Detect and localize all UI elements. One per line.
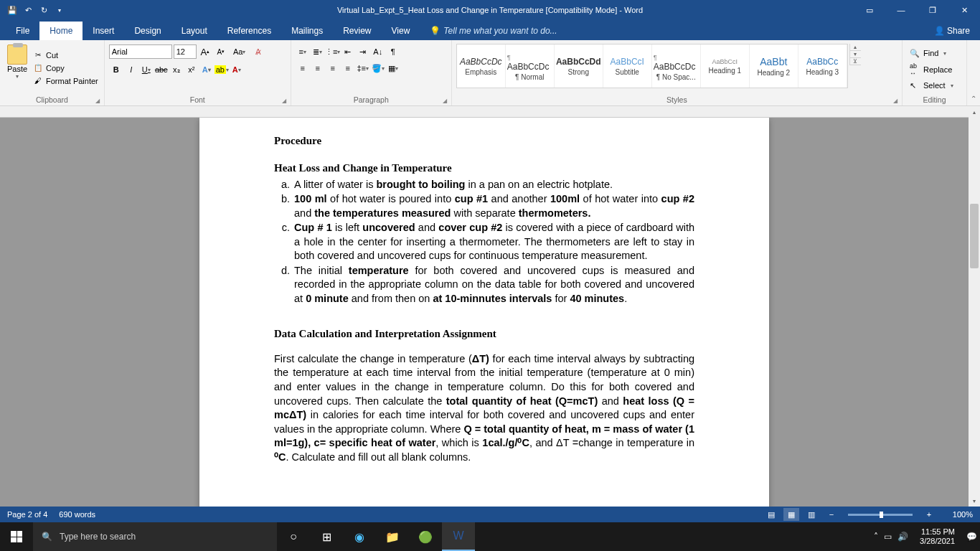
tab-references[interactable]: References	[217, 22, 281, 40]
style-h1[interactable]: AaBbCcIHeading 1	[701, 44, 750, 88]
bold-button[interactable]: B	[109, 62, 123, 77]
styles-scroll-down[interactable]: ▾	[849, 51, 861, 58]
explorer-icon[interactable]: 📁	[376, 522, 409, 551]
styles-scroll-up[interactable]: ▴	[849, 44, 861, 51]
share-button[interactable]: Share	[924, 22, 980, 40]
line-spacing-button[interactable]: ‡≡	[356, 61, 370, 75]
tab-insert[interactable]: Insert	[83, 22, 124, 40]
tab-design[interactable]: Design	[124, 22, 171, 40]
styles-dialog-icon[interactable]: ◢	[893, 98, 897, 104]
taskbar-search[interactable]: 🔍Type here to search	[33, 522, 277, 551]
start-button[interactable]	[0, 522, 33, 551]
word-icon[interactable]: W	[442, 522, 475, 551]
minimize-icon[interactable]: —	[885, 0, 917, 20]
close-icon[interactable]: ✕	[948, 0, 980, 20]
edge-icon[interactable]: ◉	[343, 522, 376, 551]
scroll-up-icon[interactable]: ▴	[969, 106, 980, 118]
undo-icon[interactable]: ↶	[22, 4, 34, 17]
paste-button[interactable]: Paste ▾	[4, 42, 30, 80]
page-indicator[interactable]: Page 2 of 4	[7, 510, 47, 519]
bullets-button[interactable]: ≡	[296, 44, 310, 59]
italic-button[interactable]: I	[124, 62, 138, 77]
style-h2[interactable]: AaBbtHeading 2	[750, 44, 798, 88]
tray-chevron-icon[interactable]: ˄	[874, 532, 878, 542]
change-case-button[interactable]: Aa	[230, 44, 250, 59]
page[interactable]: Procedure Heat Loss and Change in Temper…	[199, 118, 769, 507]
font-dialog-icon[interactable]: ◢	[282, 98, 286, 104]
web-layout-icon[interactable]: ▥	[804, 508, 819, 521]
find-button[interactable]: 🔍Find▾	[907, 47, 949, 60]
increase-indent-button[interactable]: ⇥	[356, 44, 370, 59]
qat-customize-icon[interactable]: ▾	[53, 4, 66, 17]
zoom-out-button[interactable]: −	[824, 508, 839, 521]
align-right-button[interactable]: ≡	[326, 61, 340, 75]
align-left-button[interactable]: ≡	[296, 61, 310, 75]
style-emph[interactable]: AaBbCcDcEmphasis	[457, 44, 506, 88]
tab-file[interactable]: File	[6, 22, 39, 40]
read-mode-icon[interactable]: ▤	[763, 508, 779, 521]
tell-me-search[interactable]: Tell me what you want to do...	[420, 22, 567, 40]
zoom-knob[interactable]	[880, 512, 883, 518]
tab-view[interactable]: View	[382, 22, 420, 40]
clipboard-dialog-icon[interactable]: ◢	[95, 98, 100, 104]
replace-button[interactable]: ab↔Replace	[907, 61, 955, 78]
numbering-button[interactable]: ≣	[311, 44, 325, 59]
style-strong[interactable]: AaBbCcDdStrong	[555, 44, 603, 88]
justify-button[interactable]: ≡	[341, 61, 355, 75]
vertical-scrollbar[interactable]: ▴ ▾	[969, 106, 980, 507]
cut-button[interactable]: ✂Cut	[32, 50, 100, 61]
subscript-button[interactable]: x₂	[169, 62, 184, 77]
tab-home[interactable]: Home	[39, 22, 83, 40]
volume-icon[interactable]: 🔊	[897, 532, 908, 542]
ribbon-display-icon[interactable]: ▭	[854, 0, 885, 20]
horizontal-ruler[interactable]	[0, 106, 969, 118]
scroll-thumb[interactable]	[970, 204, 979, 268]
highlight-button[interactable]: ab	[215, 62, 229, 77]
shading-button[interactable]: 🪣	[371, 61, 385, 75]
notifications-icon[interactable]: 💬	[966, 532, 977, 542]
tab-layout[interactable]: Layout	[171, 22, 217, 40]
style-h3[interactable]: AaBbCcHeading 3	[798, 44, 847, 88]
sort-button[interactable]: A↓	[371, 44, 385, 59]
styles-expand[interactable]: ⊻	[849, 58, 861, 65]
underline-button[interactable]: U	[139, 62, 154, 77]
chrome-icon[interactable]: 🟢	[409, 522, 442, 551]
font-size-combo[interactable]	[174, 44, 197, 59]
copy-button[interactable]: 📋Copy	[32, 62, 100, 74]
style-subtitle[interactable]: AaBbCcISubtitle	[603, 44, 652, 88]
maximize-icon[interactable]: ❐	[917, 0, 948, 20]
shrink-font-button[interactable]: A▾	[214, 44, 228, 59]
select-button[interactable]: ↖Select▾	[907, 80, 956, 92]
style-normal[interactable]: AaBbCcDc¶ Normal	[506, 44, 555, 88]
show-marks-button[interactable]: ¶	[386, 44, 400, 59]
strikethrough-button[interactable]: abc	[154, 62, 169, 77]
borders-button[interactable]: ▦	[386, 61, 400, 75]
zoom-in-button[interactable]: +	[921, 508, 937, 521]
decrease-indent-button[interactable]: ⇤	[341, 44, 355, 59]
multilevel-list-button[interactable]: ⋮≡	[326, 44, 340, 59]
scroll-track[interactable]	[969, 118, 980, 495]
collapse-ribbon-icon[interactable]: ⌃	[971, 95, 976, 103]
font-color-button[interactable]: A	[230, 62, 244, 77]
clear-formatting-button[interactable]: A̷	[251, 44, 265, 59]
zoom-level[interactable]: 100%	[941, 510, 973, 519]
grow-font-button[interactable]: A▴	[198, 44, 212, 59]
zoom-slider[interactable]	[848, 514, 913, 516]
save-icon[interactable]: 💾	[6, 4, 19, 17]
tab-mailings[interactable]: Mailings	[281, 22, 333, 40]
scroll-down-icon[interactable]: ▾	[969, 495, 980, 507]
redo-icon[interactable]: ↻	[37, 4, 50, 17]
text-effects-button[interactable]: A	[199, 62, 214, 77]
style-nospace[interactable]: AaBbCcDc¶ No Spac...	[652, 44, 701, 88]
superscript-button[interactable]: x²	[184, 62, 199, 77]
task-view-icon[interactable]: ⊞	[310, 522, 343, 551]
format-painter-button[interactable]: 🖌Format Painter	[32, 75, 100, 87]
print-layout-icon[interactable]: ▦	[783, 508, 799, 521]
cortana-icon[interactable]: ○	[277, 522, 310, 551]
paragraph-dialog-icon[interactable]: ◢	[443, 98, 447, 104]
battery-icon[interactable]: ▭	[884, 532, 892, 542]
tab-review[interactable]: Review	[333, 22, 381, 40]
clock[interactable]: 11:55 PM 3/28/2021	[914, 527, 961, 545]
font-name-combo[interactable]	[109, 44, 172, 59]
word-count[interactable]: 690 words	[59, 510, 95, 519]
